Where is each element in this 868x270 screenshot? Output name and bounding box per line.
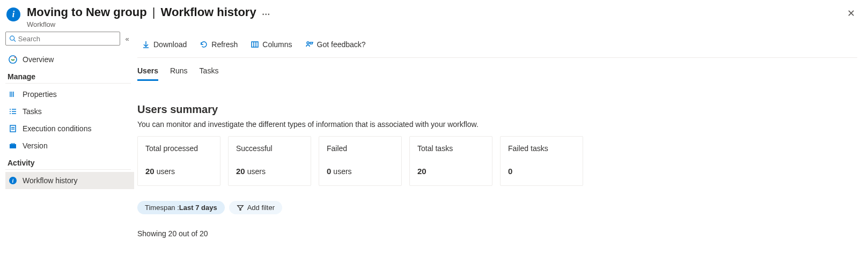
version-icon — [9, 141, 17, 150]
card-title: Total tasks — [417, 144, 484, 153]
search-input[interactable] — [18, 35, 116, 43]
card-title: Failed tasks — [508, 144, 575, 153]
filter-icon — [237, 204, 244, 212]
card-successful: Successful 20users — [228, 136, 311, 186]
card-title: Successful — [236, 144, 303, 153]
properties-icon — [9, 90, 17, 99]
sidebar-item-label: Properties — [23, 90, 57, 99]
card-value: 0users — [327, 167, 394, 176]
card-value: 20users — [145, 167, 212, 176]
download-icon — [142, 40, 150, 49]
card-failed: Failed 0users — [319, 136, 402, 186]
sidebar-item-label: Workflow history — [23, 176, 77, 185]
download-button[interactable]: Download — [137, 36, 191, 53]
summary-description: You can monitor and investigate the diff… — [137, 120, 857, 129]
info-icon: i — [9, 176, 17, 185]
page-header: i Moving to New group | Workflow history… — [0, 0, 868, 32]
svg-rect-11 — [10, 125, 16, 132]
divider — [5, 83, 131, 84]
svg-line-1 — [14, 40, 16, 41]
columns-icon — [251, 40, 259, 49]
command-bar: Download Refresh Columns Got feedback? — [137, 32, 857, 57]
search-input-wrapper[interactable] — [5, 32, 120, 46]
pill-value: Last 7 days — [179, 204, 217, 212]
sidebar: « Overview Manage Properties Tasks Execu — [0, 32, 134, 238]
svg-rect-18 — [252, 42, 258, 47]
timespan-filter-pill[interactable]: Timespan : Last 7 days — [137, 201, 225, 214]
info-icon: i — [6, 8, 20, 21]
card-value: 20users — [236, 167, 303, 176]
sidebar-item-label: Tasks — [23, 107, 42, 116]
sidebar-item-label: Overview — [23, 55, 54, 64]
sidebar-item-label: Version — [23, 141, 48, 150]
svg-rect-14 — [10, 144, 16, 148]
pill-label: Add filter — [247, 204, 275, 212]
sidebar-item-label: Execution conditions — [23, 124, 91, 133]
button-label: Download — [153, 40, 187, 49]
more-button[interactable]: … — [262, 8, 271, 17]
button-label: Got feedback? — [317, 40, 366, 49]
sidebar-item-workflow-history[interactable]: i Workflow history — [5, 172, 134, 189]
search-icon — [9, 35, 16, 42]
summary-cards: Total processed 20users Successful 20use… — [137, 136, 857, 186]
page-subtitle: Workflow — [27, 20, 843, 28]
sidebar-item-execution-conditions[interactable]: Execution conditions — [5, 120, 134, 137]
feedback-icon — [305, 40, 314, 49]
tab-tasks[interactable]: Tasks — [200, 63, 219, 81]
add-filter-pill[interactable]: Add filter — [229, 201, 282, 214]
svg-rect-15 — [11, 143, 15, 144]
button-label: Columns — [262, 40, 292, 49]
refresh-icon — [200, 40, 208, 49]
title-separator: | — [149, 5, 159, 19]
overview-icon — [9, 55, 17, 64]
card-value: 20 — [417, 167, 484, 176]
collapse-sidebar-button[interactable]: « — [120, 35, 134, 43]
sidebar-item-overview[interactable]: Overview — [5, 51, 134, 68]
divider — [5, 169, 131, 170]
title-primary: Moving to New group — [27, 5, 147, 19]
tasks-icon — [9, 107, 17, 116]
sidebar-item-properties[interactable]: Properties — [5, 86, 134, 103]
card-title: Total processed — [145, 144, 212, 153]
card-value: 0 — [508, 167, 575, 176]
feedback-button[interactable]: Got feedback? — [301, 36, 370, 53]
svg-marker-22 — [237, 205, 243, 210]
execution-conditions-icon — [9, 124, 17, 133]
svg-point-0 — [10, 36, 14, 40]
card-failed-tasks: Failed tasks 0 — [500, 136, 583, 186]
sidebar-section-manage: Manage — [5, 68, 134, 82]
columns-button[interactable]: Columns — [246, 36, 296, 53]
svg-point-21 — [307, 42, 309, 44]
card-total-processed: Total processed 20users — [137, 136, 220, 186]
filter-bar: Timespan : Last 7 days Add filter — [137, 201, 857, 214]
summary-title: Users summary — [137, 103, 857, 116]
tab-users[interactable]: Users — [137, 63, 158, 81]
card-total-tasks: Total tasks 20 — [409, 136, 492, 186]
showing-count: Showing 20 out of 20 — [137, 229, 857, 238]
card-title: Failed — [327, 144, 394, 153]
main-content: Download Refresh Columns Got feedback? U… — [134, 32, 868, 238]
title-secondary: Workflow history — [161, 5, 256, 19]
sidebar-section-activity: Activity — [5, 154, 134, 168]
tabs: Users Runs Tasks — [137, 58, 857, 81]
button-label: Refresh — [211, 40, 238, 49]
sidebar-item-version[interactable]: Version — [5, 137, 134, 154]
page-title: Moving to New group | Workflow history … — [27, 5, 843, 19]
pill-label: Timespan : — [145, 204, 179, 212]
sidebar-item-tasks[interactable]: Tasks — [5, 103, 134, 120]
refresh-button[interactable]: Refresh — [195, 36, 242, 53]
tab-runs[interactable]: Runs — [170, 63, 188, 81]
close-button[interactable]: ✕ — [843, 5, 859, 21]
